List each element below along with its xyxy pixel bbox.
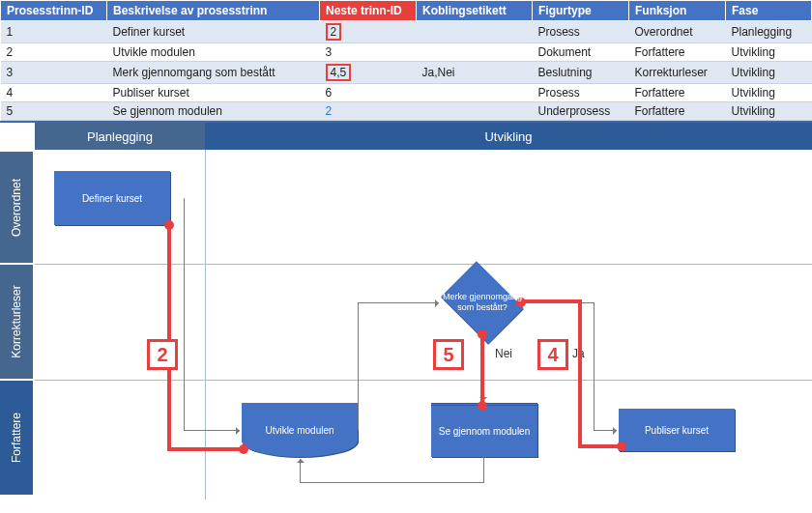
col-shape: Figurtype (533, 1, 629, 21)
cell-role: Forfattere (629, 102, 726, 121)
cell-id: 3 (1, 62, 107, 84)
cell-desc: Se gjennom modulen (107, 102, 320, 121)
callout-dot (617, 442, 626, 451)
cell-role: Overordnet (629, 21, 726, 43)
cell-desc: Publiser kurset (107, 84, 320, 102)
callout-num-5: 5 (433, 339, 464, 370)
table-row: 1Definer kurset2ProsessOverordnetPlanleg… (1, 21, 812, 43)
shape-publish: Publiser kurset (619, 409, 735, 451)
cell-shape: Underprosess (533, 102, 629, 121)
cell-role: Forfattere (629, 84, 726, 102)
callout-path (578, 299, 582, 448)
edge-label-no: Nei (495, 347, 512, 360)
callout-dot (478, 401, 487, 411)
callout-path (480, 333, 484, 405)
callout-path (520, 299, 582, 303)
table-header-row: Prosesstrinn-ID Beskrivelse av prosesstr… (1, 1, 812, 21)
connector (184, 430, 240, 431)
callout-num-2: 2 (147, 339, 178, 370)
table-row: 3Merk gjennomgang som bestått4,5Ja,NeiBe… (1, 62, 812, 84)
lane-header-overordnet: Overordnet (0, 152, 33, 263)
cell-id: 1 (1, 21, 107, 43)
table-row: 4Publiser kurset6ProsessForfattereUtvikl… (1, 84, 812, 102)
cell-next: 2 (320, 102, 417, 121)
table-row: 5Se gjennom modulen2UnderprosessForfatte… (1, 102, 812, 121)
lane-header-korrekturleser: Korrekturleser (0, 265, 33, 379)
col-label: Koblingsetikett (417, 1, 533, 21)
callout-path (578, 444, 621, 448)
cell-next: 6 (320, 84, 417, 102)
cell-next: 2 (320, 21, 417, 43)
lane-divider (35, 264, 812, 265)
cell-role: Forfattere (629, 43, 726, 62)
callout-dot (239, 444, 248, 454)
cell-phase: Utvikling (726, 102, 812, 121)
cell-shape: Beslutning (533, 62, 629, 84)
cell-phase: Planlegging (726, 21, 812, 43)
shape-define: Definer kurset (54, 171, 170, 225)
connector (300, 482, 484, 483)
shape-develop: Utvikle modulen (242, 403, 358, 457)
cell-id: 5 (1, 102, 107, 121)
cell-desc: Merk gjennomgang som bestått (107, 62, 320, 84)
connector (358, 302, 439, 303)
process-table: Prosesstrinn-ID Beskrivelse av prosesstr… (0, 0, 812, 121)
cell-phase: Utvikling (726, 84, 812, 102)
cell-shape: Dokument (533, 43, 629, 62)
cell-phase: Utvikling (726, 62, 812, 84)
lane-header-forfattere: Forfattere (0, 381, 33, 495)
cell-shape: Prosess (533, 21, 629, 43)
callout-num-4: 4 (537, 339, 568, 370)
col-desc: Beskrivelse av prosesstrinn (107, 1, 320, 21)
swimlane-diagram: Planlegging Utvikling Overordnet Korrekt… (0, 121, 812, 499)
cell-desc: Utvikle modulen (107, 43, 320, 62)
cell-role: Korrekturleser (629, 62, 726, 84)
connector (483, 457, 484, 482)
connector (184, 198, 185, 430)
cell-next: 4,5 (320, 62, 417, 84)
col-role: Funksjon (629, 1, 726, 21)
cell-id: 2 (1, 43, 107, 62)
table-row: 2Utvikle modulen3DokumentForfattereUtvik… (1, 43, 812, 62)
cell-label: Ja,Nei (417, 62, 533, 84)
cell-label (417, 21, 533, 43)
cell-shape: Prosess (533, 84, 629, 102)
connector (594, 430, 617, 431)
cell-phase: Utvikling (726, 43, 812, 62)
callout-path (167, 447, 243, 451)
callout-path (167, 223, 171, 451)
cell-id: 4 (1, 84, 107, 102)
shape-review: Se gjennom modulen (431, 403, 537, 457)
phase-header-planning: Planlegging (35, 123, 205, 150)
col-phase: Fase (726, 1, 812, 21)
connector (358, 302, 359, 430)
shape-decision: Merke gjennomgang som bestått? (436, 268, 529, 337)
cell-label (417, 102, 533, 121)
cell-label (417, 84, 533, 102)
connector (300, 459, 301, 483)
connector (594, 302, 594, 430)
cell-next: 3 (320, 43, 417, 62)
lane-divider (35, 380, 812, 381)
col-id: Prosesstrinn-ID (1, 1, 107, 21)
cell-label (417, 43, 533, 62)
col-next: Neste trinn-ID (320, 1, 417, 21)
phase-header-development: Utvikling (205, 123, 812, 150)
cell-desc: Definer kurset (107, 21, 320, 43)
